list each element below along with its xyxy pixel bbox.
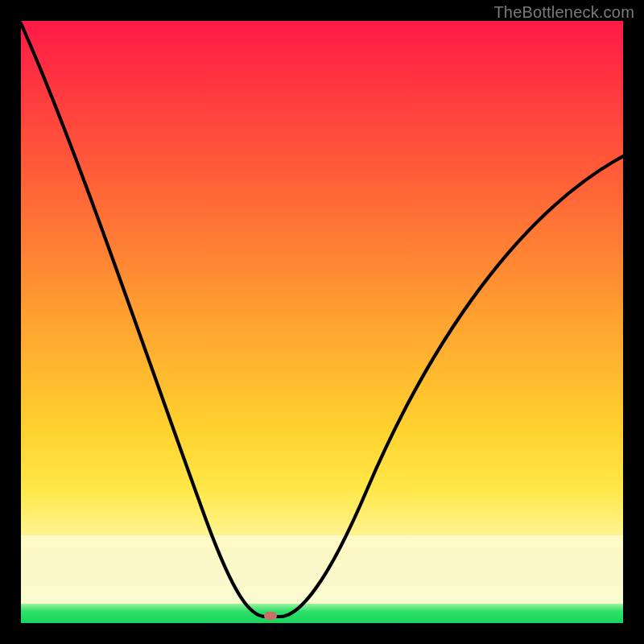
gradient-pale-band	[21, 535, 623, 604]
gradient-green-stripe	[21, 604, 623, 623]
optimum-marker	[264, 612, 277, 620]
chart-frame: TheBottleneck.com	[0, 0, 644, 644]
bottleneck-curve	[21, 21, 623, 623]
plot-area	[21, 21, 623, 623]
watermark-text: TheBottleneck.com	[493, 3, 634, 22]
bottleneck-curve-path	[21, 23, 623, 617]
